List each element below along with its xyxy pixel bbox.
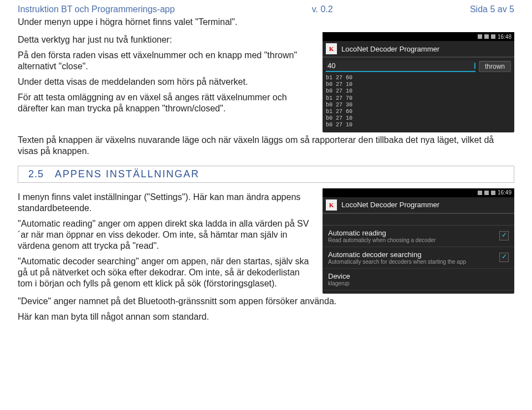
setting-automatic-searching[interactable]: Automatic decoder searching Automaticall…: [323, 247, 514, 269]
setting-desc: Read automaticly when choosing a decoder: [328, 237, 499, 243]
header-left: Instruktion BT och Programmerings-app: [18, 4, 175, 14]
intro-text: Under menyn uppe i högra hörnet finns va…: [18, 17, 514, 28]
block2-p3: "Automatic decoder searching" anger om a…: [18, 256, 315, 289]
status-time: 16:48: [498, 34, 511, 40]
setting-label: Automatic reading: [328, 229, 499, 237]
app-bar: K LocoNet Decoder Programmer: [323, 41, 514, 58]
status-time: 16:49: [498, 189, 511, 196]
section-number: 2.5: [18, 166, 55, 182]
app-icon: K: [326, 43, 337, 54]
section-title: APPENS INSTÄLLNINGAR: [55, 166, 200, 182]
log-line: b1 27 60: [326, 109, 511, 115]
log-line: b1 27 60: [326, 75, 511, 81]
battery-icon: [491, 34, 495, 39]
block2-p1: I menyn finns valet inställningar ("Sett…: [18, 192, 315, 214]
header-page: Sida 5 av 5: [470, 4, 514, 14]
section-heading: 2.5 APPENS INSTÄLLNINGAR: [18, 166, 514, 183]
setting-desc: klagerup: [328, 280, 509, 286]
setting-label: Device: [328, 272, 509, 280]
signal-icon: [484, 34, 489, 39]
p5: Texten på knappen är växelns nuvarande l…: [18, 135, 514, 157]
bluetooth-icon: [478, 191, 482, 195]
android-statusbar: 16:49: [323, 188, 514, 197]
block1-p1: Detta verktyg har just nu två funktioner…: [18, 34, 315, 45]
p7: Här kan man byta till något annan som st…: [18, 311, 514, 322]
doc-header: Instruktion BT och Programmerings-app v.…: [18, 4, 514, 14]
bluetooth-icon: [478, 34, 482, 39]
settings-divider: [323, 214, 514, 226]
terminal-screenshot: 16:48 K LocoNet Decoder Programmer 40 th…: [323, 32, 514, 132]
log-line: b0 27 30: [326, 102, 511, 109]
log-line: b0 27 10: [326, 81, 511, 88]
android-statusbar: 16:48: [323, 32, 514, 41]
app-bar: K LocoNet Decoder Programmer: [323, 197, 514, 214]
setting-label: Automatic decoder searching: [328, 250, 499, 259]
signal-icon: [484, 191, 489, 195]
setting-automatic-reading[interactable]: Automatic reading Read automaticly when …: [323, 226, 514, 247]
p6: "Device" anger namnet på det Bluetooth-g…: [18, 296, 514, 307]
block1-p2: På den första raden visas ett växelnumme…: [18, 50, 315, 72]
battery-icon: [491, 191, 495, 195]
log-line: b0 27 10: [326, 115, 511, 122]
block1-p3: Under detta visas de meddelanden som hör…: [18, 76, 315, 88]
app-icon: K: [326, 199, 337, 211]
setting-device[interactable]: Device klagerup: [323, 269, 514, 290]
checkbox-checked-icon[interactable]: ✓: [499, 253, 509, 262]
log-line: b1 27 70: [326, 95, 511, 102]
app-title: LocoNet Decoder Programmer: [341, 45, 439, 53]
setting-desc: Automatically search for decoders when s…: [328, 259, 499, 265]
turnout-number-input[interactable]: 40: [326, 60, 475, 72]
log-line: b0 27 10: [326, 88, 511, 95]
log-line: b0 27 10: [326, 122, 511, 129]
settings-screenshot: 16:49 K LocoNet Decoder Programmer Autom…: [323, 188, 514, 294]
checkbox-checked-icon[interactable]: ✓: [499, 231, 509, 240]
thrown-button[interactable]: thrown: [479, 61, 511, 72]
block2-p2: "Automatic reading" anger om appen direk…: [18, 218, 315, 252]
block1-p4: För att testa omläggning av en växel så …: [18, 92, 315, 114]
app-title: LocoNet Decoder Programmer: [341, 201, 439, 209]
log-output: b1 27 60 b0 27 10 b0 27 10 b1 27 70 b0 2…: [323, 74, 514, 132]
header-version: v. 0.2: [312, 4, 333, 14]
